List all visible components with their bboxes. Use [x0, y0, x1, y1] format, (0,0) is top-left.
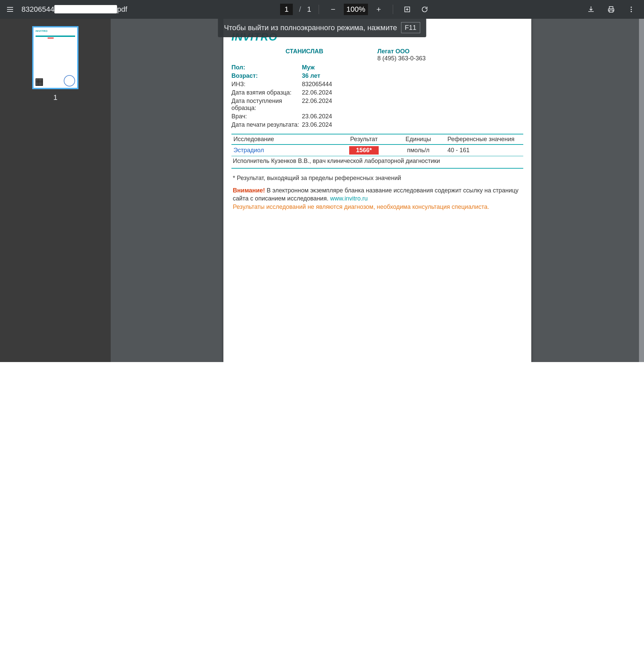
field-label-inz: ИНЗ: [232, 81, 302, 88]
vertical-scrollbar[interactable] [639, 19, 644, 362]
app: 83206544xxxxxxxxxxxxxxxxxpdf / 1 100% [0, 0, 644, 649]
page-1: INVITRO СТАНИСЛАВ Легат ООО 8 (495) 363-… [224, 19, 531, 362]
field-label-print-date: Дата печати результата: [232, 121, 302, 128]
page-number-input[interactable] [280, 4, 293, 15]
warning-block: Внимание! В электронном экземпляре бланк… [232, 186, 523, 211]
patient-name: СТАНИСЛАВ [285, 48, 323, 55]
patient-info: Пол:Муж Возраст:36 лет ИНЗ:832065444 Дат… [232, 63, 523, 129]
page-total: 1 [307, 5, 311, 14]
col-ref: Референсные значения [445, 134, 523, 144]
fullscreen-notice: Чтобы выйти из полноэкранного режима, на… [218, 18, 426, 37]
page-thumbnail[interactable]: INVITRO [32, 26, 79, 89]
field-label-sex: Пол: [232, 64, 302, 71]
website-link[interactable]: www.invitro.ru [330, 195, 368, 202]
page-whitespace [0, 362, 644, 649]
pdf-viewer: 83206544xxxxxxxxxxxxxxxxxpdf / 1 100% [0, 0, 644, 362]
thumbnail-number: 1 [53, 93, 57, 102]
rotate-icon[interactable] [418, 3, 431, 16]
col-units: Единицы [391, 134, 445, 144]
result-units: пмоль/л [391, 144, 445, 156]
field-label-doctor: Врач: [232, 113, 302, 120]
col-result: Результат [337, 134, 391, 144]
thumbnail-sidebar: INVITRO 1 [0, 19, 111, 362]
toolbar-divider [393, 5, 393, 14]
zoom-out-icon[interactable] [326, 3, 340, 16]
filename-prefix: 83206544 [22, 5, 54, 13]
result-value-flag: 1566* [349, 146, 378, 155]
download-icon[interactable] [584, 3, 598, 16]
zoom-in-icon[interactable] [372, 3, 386, 16]
warning-text: В электронном экземпляре бланка название… [233, 187, 519, 202]
svg-point-1 [631, 7, 632, 8]
result-reference: 40 - 161 [445, 144, 523, 156]
menu-icon[interactable] [3, 3, 17, 16]
page-separator: / [297, 5, 303, 14]
table-row: Эстрадиол 1566* пмоль/л 40 - 161 [232, 144, 523, 156]
print-icon[interactable] [604, 3, 618, 16]
performer-line: Исполнитель Кузенков В.В., врач клиничес… [232, 158, 523, 169]
fullscreen-notice-text: Чтобы выйти из полноэкранного режима, на… [224, 24, 397, 32]
toolbar: 83206544xxxxxxxxxxxxxxxxxpdf / 1 100% [0, 0, 644, 19]
company-phone: 8 (495) 363-0-363 [377, 55, 523, 62]
fit-page-icon[interactable] [401, 3, 414, 16]
field-value-recv-date: 22.06.2024 [302, 97, 332, 112]
thumbnail-wrap: INVITRO 1 [0, 26, 111, 102]
field-label-sample-date: Дата взятия образца: [232, 89, 302, 96]
svg-point-3 [631, 11, 632, 12]
results-table: Исследование Результат Единицы Референсн… [232, 134, 523, 156]
filename: 83206544xxxxxxxxxxxxxxxxxpdf [22, 5, 127, 14]
company-name: Легат ООО [377, 48, 523, 55]
field-value-age: 36 лет [302, 73, 320, 80]
field-value-sample-date: 22.06.2024 [302, 89, 332, 96]
field-value-sex: Муж [302, 64, 315, 71]
more-icon[interactable] [625, 3, 638, 16]
field-value-print-date: 23.06.2024 [302, 121, 332, 128]
fullscreen-notice-key: F11 [401, 22, 420, 33]
field-value-inz: 832065444 [302, 81, 332, 88]
scrollbar-thumb[interactable] [639, 19, 644, 362]
zoom-level: 100% [344, 4, 368, 15]
test-name-link[interactable]: Эстрадиол [234, 147, 264, 154]
filename-suffix: pdf [117, 5, 127, 13]
field-label-age: Возраст: [232, 73, 302, 80]
asterisk-footnote: * Результат, выходящий за пределы рефере… [232, 175, 523, 182]
warning-label: Внимание! [233, 187, 265, 194]
field-label-recv-date: Дата поступления образца: [232, 97, 302, 112]
svg-point-2 [631, 9, 632, 10]
page-canvas[interactable]: INVITRO СТАНИСЛАВ Легат ООО 8 (495) 363-… [111, 19, 644, 362]
toolbar-divider [319, 5, 319, 14]
field-value-doctor: 23.06.2024 [302, 113, 332, 120]
col-test: Исследование [232, 134, 337, 144]
not-diagnosis-note: Результаты исследований не являются диаг… [233, 203, 523, 211]
